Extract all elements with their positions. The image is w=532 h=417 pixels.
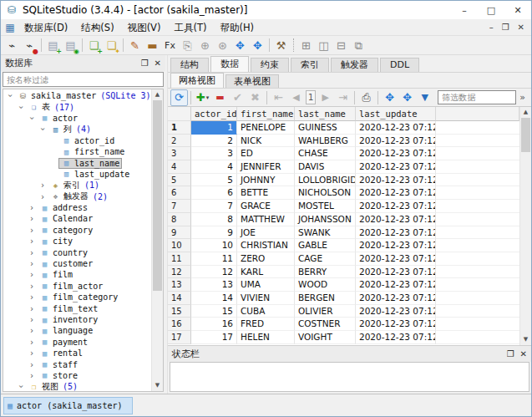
grid-cell[interactable]: 6 <box>191 186 237 200</box>
grid-cell[interactable]: 16 <box>191 318 237 331</box>
grid-cell[interactable]: 2020-12-23 07:12:29 <box>356 213 436 226</box>
cascade-windows-button[interactable]: ⧉ <box>350 37 367 53</box>
menu-view[interactable]: 视图(V) <box>121 19 168 36</box>
taskbar-item-actor[interactable]: ▦actor (sakila_master) <box>3 397 133 414</box>
grid-cell[interactable]: JOHNNY <box>237 174 295 187</box>
grid-cell[interactable]: JOE <box>237 226 295 240</box>
grid-cell[interactable]: ZERO <box>237 252 295 266</box>
fit-columns-button[interactable]: ✥ <box>398 89 416 106</box>
chevron-icon[interactable]: › <box>27 236 37 246</box>
menu-tools[interactable]: 工具(T) <box>167 19 213 36</box>
grid-cell[interactable]: KARL <box>237 266 295 279</box>
row-number[interactable]: 16 <box>168 318 191 331</box>
table-inventory[interactable]: ›▦inventory <box>3 314 151 325</box>
grid-cell[interactable]: 2020-12-23 07:12:29 <box>356 226 436 240</box>
toolbar-overflow-button[interactable]: » <box>516 92 529 103</box>
tab-structure[interactable]: 结构 <box>170 58 209 72</box>
row-number[interactable]: 12 <box>168 266 191 279</box>
sql-functions-button[interactable]: Fx <box>161 37 179 53</box>
table-category[interactable]: ›▦category <box>3 225 151 236</box>
grid-cell[interactable]: GRACE <box>237 200 295 213</box>
grid-cell[interactable]: 2020-12-23 07:12:29 <box>356 135 436 148</box>
row-number[interactable]: 4 <box>168 160 191 174</box>
rollback-changes-button[interactable]: ✖ <box>246 89 264 106</box>
chevron-icon[interactable]: › <box>27 326 37 335</box>
chevron-icon[interactable]: › <box>27 226 37 235</box>
grid-cell[interactable]: 10 <box>191 239 237 252</box>
row-number[interactable]: 2 <box>168 135 191 148</box>
grid-cell[interactable]: 9 <box>191 226 237 240</box>
grid-cell[interactable]: ED <box>237 147 295 160</box>
scroll-thumb[interactable] <box>153 100 162 291</box>
view-tab-form[interactable]: 表单视图 <box>225 74 279 88</box>
grid-cell[interactable]: 8 <box>191 213 237 226</box>
row-number[interactable]: 17 <box>168 331 191 344</box>
grid-cell[interactable]: DAVIS <box>295 160 356 174</box>
mdi-minimize-button[interactable]: – <box>489 23 494 32</box>
grid-cell[interactable]: 2020-12-23 07:12:29 <box>356 186 436 200</box>
tab-ddl[interactable]: DDL <box>380 58 419 72</box>
grid-cell[interactable]: 13 <box>191 278 237 292</box>
row-number[interactable]: 8 <box>168 213 191 226</box>
grid-cell[interactable]: 2020-12-23 07:12:29 <box>356 318 436 331</box>
database-filter-input[interactable] <box>3 72 164 87</box>
row-number[interactable]: 6 <box>168 186 191 200</box>
grid-cell[interactable]: BETTE <box>237 186 295 200</box>
grid-cell[interactable]: HELEN <box>237 331 295 344</box>
chevron-icon[interactable]: › <box>27 371 37 380</box>
row-number[interactable]: 9 <box>168 226 191 240</box>
grid-cell[interactable]: 2020-12-23 07:12:29 <box>356 160 436 174</box>
views-group[interactable]: ›❐视图(5) <box>3 381 151 391</box>
grid-cell[interactable]: 3 <box>191 147 237 160</box>
chevron-icon[interactable]: › <box>28 113 37 123</box>
close-panel-icon[interactable]: ✕ <box>520 350 527 359</box>
grid-cell[interactable]: 2020-12-23 07:12:29 <box>356 331 436 344</box>
triggers-group[interactable]: ›❖触发器(2) <box>3 191 151 202</box>
grid-cell[interactable]: WAHLBERG <box>295 135 356 148</box>
disconnect-database-button[interactable]: ⌁● <box>21 37 38 53</box>
tile-windows-vertically-button[interactable]: ◫ <box>315 37 332 53</box>
grid-cell[interactable]: VIVIEN <box>237 292 295 305</box>
tab-indexes[interactable]: 索引 <box>291 58 329 72</box>
table-film-actor[interactable]: ›▦film_actor <box>3 281 151 292</box>
row-number[interactable]: 10 <box>168 239 191 252</box>
mdi-restore-button[interactable]: ❐ <box>502 23 509 32</box>
prev-page-button[interactable]: ◀ <box>287 89 305 106</box>
table-film-text[interactable]: ›▦film_text <box>3 303 151 313</box>
grid-cell[interactable]: 2020-12-23 07:12:29 <box>356 147 436 160</box>
column-actor-id[interactable]: ›▥actor_id <box>3 135 151 146</box>
grid-cell[interactable]: CHASE <box>295 147 356 160</box>
grid-cell[interactable]: VOIGHT <box>295 331 356 344</box>
close-button[interactable]: ✕ <box>504 1 531 19</box>
filter-mode-button[interactable]: ▼ <box>416 89 433 106</box>
open-configuration-button[interactable]: ⚒ <box>272 37 290 53</box>
grid-cell[interactable]: MATTHEW <box>237 213 295 226</box>
table-staff[interactable]: ›▦staff <box>3 359 151 369</box>
grid-cell[interactable]: 4 <box>191 160 237 174</box>
tab-constraints[interactable]: 约束 <box>251 58 289 72</box>
last-page-button[interactable]: ⇥ <box>334 89 352 106</box>
grid-cell[interactable]: 2020-12-23 07:12:29 <box>356 200 436 213</box>
grid-cell[interactable]: 11 <box>191 252 237 266</box>
grid-cell[interactable]: 2020-12-23 07:12:29 <box>356 252 436 266</box>
open-sql-editor-button[interactable]: ✎ <box>126 37 144 53</box>
grid-cell[interactable]: FRED <box>237 318 295 331</box>
delete-row-button[interactable]: ▬ <box>211 89 229 106</box>
grid-cell[interactable]: OLIVIER <box>295 305 356 318</box>
grid-cell[interactable]: 2020-12-23 07:12:29 <box>356 292 436 305</box>
refresh-data-button[interactable]: ⟳ <box>170 89 188 106</box>
scroll-up-icon[interactable]: ▲ <box>520 107 531 118</box>
grid-cell[interactable]: CHRISTIAN <box>237 239 295 252</box>
grid-cell[interactable]: 2020-12-23 07:12:29 <box>356 305 436 318</box>
grid-cell[interactable]: CUBA <box>237 305 295 318</box>
chevron-icon[interactable]: › <box>27 203 37 212</box>
import-button[interactable]: ⊕ <box>196 37 214 53</box>
grid-cell[interactable]: GUINESS <box>295 121 356 135</box>
chevron-icon[interactable]: › <box>38 192 48 201</box>
export-button[interactable]: ⊛ <box>214 37 231 53</box>
collations-editor-button[interactable]: ⎘ <box>179 37 196 53</box>
grid-cell[interactable]: JOHANSSON <box>295 213 356 226</box>
table-film[interactable]: ›▦film <box>3 269 151 280</box>
scroll-up-icon[interactable]: ▲ <box>152 89 163 100</box>
tree-scrollbar[interactable]: ▲ ▼ <box>151 89 163 391</box>
